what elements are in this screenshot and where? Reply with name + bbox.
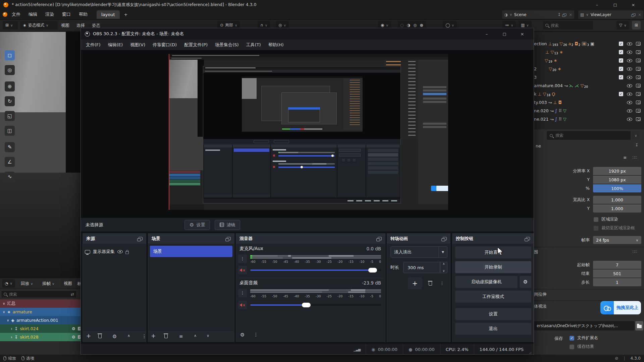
- wireframe-shading-icon[interactable]: ◌: [400, 23, 404, 27]
- mic-options-button[interactable]: ⋮: [238, 254, 247, 263]
- desktop-volume-slider[interactable]: [250, 301, 381, 309]
- outliner-row-021[interactable]: ne.021 ↝ ∫ ⠿ ▽: [534, 115, 644, 123]
- render-camera-icon[interactable]: [636, 75, 641, 79]
- hide-eye-icon[interactable]: [627, 51, 632, 54]
- resolution-percent-slider[interactable]: 100%: [593, 184, 641, 192]
- rendered-shading-icon[interactable]: ●: [420, 23, 423, 27]
- checkbox[interactable]: ✓: [619, 50, 623, 54]
- blender-app-icon[interactable]: [3, 12, 7, 17]
- scene-item-selected[interactable]: 场景: [150, 246, 232, 257]
- aspect-x-field[interactable]: 1.000: [593, 196, 641, 204]
- time-stretch-section[interactable]: 间拉伸: [534, 292, 547, 297]
- pin-icon[interactable]: ↧: [635, 143, 638, 147]
- outliner-search-input[interactable]: [551, 23, 584, 28]
- add-scene-button[interactable]: +: [151, 333, 156, 339]
- dopesheet-menu-keying[interactable]: 插帧∨: [42, 281, 54, 287]
- remove-source-button[interactable]: [98, 335, 102, 338]
- copy-icon[interactable]: [632, 13, 636, 16]
- unlink-icon[interactable]: ×: [569, 12, 572, 17]
- viewlayer-selector[interactable]: ▤ ∨ ViewLayer ×: [578, 10, 643, 19]
- resolution-x-field[interactable]: 1920 px: [593, 167, 641, 175]
- desktop-mute-button[interactable]: ×: [238, 301, 247, 309]
- menu-help[interactable]: 帮助: [75, 10, 91, 19]
- filter-toggle-icon[interactable]: ⇄: [71, 292, 74, 297]
- render-camera-icon[interactable]: [636, 109, 641, 113]
- fps-dropdown[interactable]: 24 fps∨: [593, 236, 641, 244]
- source-properties-button[interactable]: ⚙设置: [184, 220, 210, 230]
- tool-cursor[interactable]: ◎: [5, 65, 15, 75]
- outliner-row[interactable]: ⊥ ▽13 ∗ ✓: [534, 48, 644, 56]
- dopesheet-search-box[interactable]: ⇄: [1, 290, 77, 298]
- pin-icon[interactable]: ↧: [14, 326, 18, 331]
- obs-menu-docks[interactable]: 停靠窗口(D): [149, 40, 180, 50]
- outliner-row[interactable]: k ⊥ ▽18 Ϙ ✓: [534, 90, 644, 98]
- dopesheet-search-input[interactable]: [9, 292, 59, 297]
- stereoscopy-section[interactable]: 体视法: [534, 304, 547, 309]
- tool-scale[interactable]: ◱: [5, 111, 15, 121]
- move-up-button[interactable]: ∧: [127, 334, 130, 338]
- outliner-row[interactable]: ▽19 ∗ ✓: [534, 56, 644, 65]
- tool-measure[interactable]: ∠: [5, 157, 15, 167]
- sources-dock-header[interactable]: 来源: [83, 234, 146, 244]
- scenes-dock-header[interactable]: 场景: [148, 234, 234, 244]
- channel-armature-action[interactable]: ∨ ◈ armatureAction.001: [0, 316, 82, 324]
- frame-end-field[interactable]: 501: [593, 269, 641, 278]
- viewport-menu-view[interactable]: 视图: [61, 23, 69, 28]
- channel-skirt-028[interactable]: › ↧ skirt.028 ⚙ ✓: [0, 333, 82, 341]
- start-recording-button[interactable]: 开始录制: [455, 261, 531, 273]
- render-camera-icon[interactable]: [636, 67, 641, 71]
- blender-minimize-button[interactable]: –: [590, 0, 604, 9]
- channel-summary[interactable]: ∨ 汇总: [0, 299, 82, 308]
- mic-volume-slider[interactable]: [250, 266, 381, 275]
- drag-upload-badge[interactable]: 拖拽至此上: [600, 301, 641, 314]
- channel-skirt-024[interactable]: › ↧ skirt.024 ⚙ ✓: [0, 324, 82, 333]
- tool-rotate[interactable]: ↻: [5, 96, 15, 106]
- render-camera-icon[interactable]: [636, 84, 641, 87]
- properties-options-dropdown[interactable]: ∨: [632, 131, 640, 140]
- browse-folder-button[interactable]: [635, 321, 643, 330]
- render-camera-icon[interactable]: [636, 92, 641, 96]
- tool-select-box[interactable]: ◻: [5, 50, 15, 60]
- obs-menu-help[interactable]: 帮助(H): [265, 40, 287, 50]
- remove-transition-button[interactable]: [425, 277, 436, 289]
- source-item-display-capture[interactable]: 显示器采集: [85, 246, 144, 257]
- hide-eye-icon[interactable]: [627, 76, 632, 79]
- solid-shading-icon[interactable]: ◑: [407, 23, 410, 27]
- outliner-row-empty-003[interactable]: ty.003 ↝ ⊥ ◘: [534, 98, 644, 107]
- properties-search-input[interactable]: [555, 133, 616, 138]
- cache-result-row[interactable]: 缓存结果: [570, 344, 594, 350]
- spin-down-icon[interactable]: ∨: [440, 269, 447, 273]
- tool-transform[interactable]: ◫: [5, 126, 15, 136]
- source-filters-button[interactable]: 滤镜: [215, 220, 240, 230]
- editor-type-dropdown[interactable]: ⊞∨: [3, 21, 18, 29]
- render-camera-icon[interactable]: [636, 101, 641, 104]
- checkbox[interactable]: ✓: [619, 67, 623, 71]
- render-camera-icon[interactable]: [636, 117, 641, 121]
- pin-icon[interactable]: ↧: [557, 12, 561, 17]
- exclude-box-icon[interactable]: ▣: [590, 42, 594, 46]
- popout-icon[interactable]: [227, 237, 231, 240]
- render-camera-icon[interactable]: [636, 42, 641, 46]
- dopesheet-menu-playback[interactable]: 回放∨: [21, 281, 33, 287]
- outliner-search-box[interactable]: [543, 21, 593, 29]
- output-path-field[interactable]: ers\asaru\OneDrive\デスクトップ\hozo\...: [534, 321, 635, 330]
- obs-minimize-button[interactable]: –: [479, 29, 494, 39]
- mixer-gear-button[interactable]: ⚙: [240, 332, 245, 338]
- checkbox[interactable]: ✓: [619, 92, 623, 96]
- menu-window[interactable]: 窗口: [58, 10, 74, 19]
- popout-icon[interactable]: [139, 237, 143, 240]
- workspace-tab-layout[interactable]: layout: [97, 10, 120, 19]
- duration-spinner[interactable]: ∧ ∨: [440, 262, 447, 273]
- scene-down-button[interactable]: ∨: [207, 334, 209, 338]
- obs-menu-file[interactable]: 文件(F): [82, 40, 104, 50]
- tool-bone[interactable]: ∿: [5, 172, 15, 182]
- obs-menu-scene-collection[interactable]: 场景集合(S): [211, 40, 242, 50]
- blender-maximize-button[interactable]: ◻: [608, 0, 623, 9]
- hide-eye-icon[interactable]: [627, 118, 632, 121]
- outliner-row-armature-004[interactable]: armature.004 ↝ ⋋ ⋌ ▽20: [534, 81, 644, 90]
- obs-menu-edit[interactable]: 编辑(E): [104, 40, 126, 50]
- blender-close-button[interactable]: ×: [626, 0, 641, 9]
- region-render-row[interactable]: 区域渲染: [594, 217, 618, 222]
- menu-render[interactable]: 渲染: [42, 10, 58, 19]
- controls-dock-header[interactable]: 控制按钮: [452, 234, 533, 244]
